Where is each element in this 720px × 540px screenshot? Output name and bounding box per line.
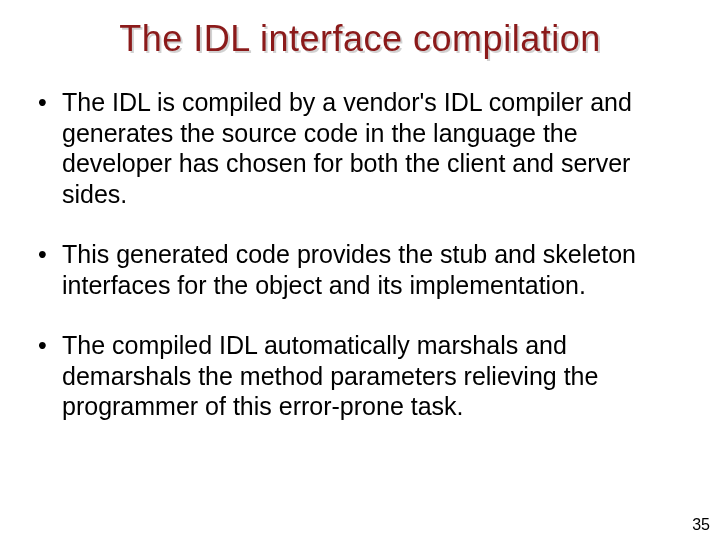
list-item: This generated code provides the stub an…: [34, 239, 686, 300]
list-item: The IDL is compiled by a vendor's IDL co…: [34, 87, 686, 209]
slide-title: The IDL interface compilation: [34, 18, 686, 59]
bullet-list: The IDL is compiled by a vendor's IDL co…: [34, 87, 686, 422]
list-item: The compiled IDL automatically marshals …: [34, 330, 686, 422]
page-number: 35: [692, 516, 710, 534]
slide: The IDL interface compilation The IDL is…: [0, 0, 720, 540]
